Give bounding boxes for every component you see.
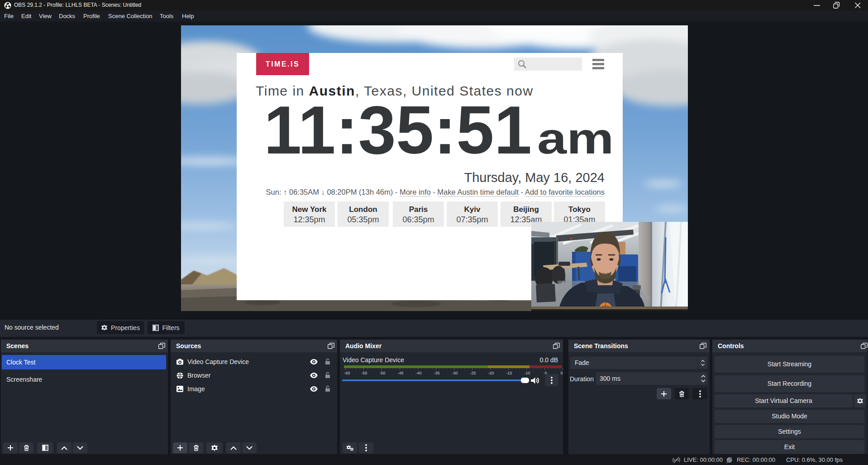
svg-text:-25: -25: [470, 371, 476, 375]
svg-text:-55: -55: [361, 371, 367, 375]
svg-text:-50: -50: [379, 371, 385, 375]
svg-text:-15: -15: [506, 371, 512, 375]
svg-text:-45: -45: [397, 371, 403, 375]
svg-text:0: 0: [560, 371, 563, 375]
svg-text:-10: -10: [524, 371, 530, 375]
svg-text:-60: -60: [344, 371, 350, 375]
svg-text:-20: -20: [488, 371, 494, 375]
svg-text:-30: -30: [452, 371, 458, 375]
svg-text:-40: -40: [415, 371, 421, 375]
svg-text:-35: -35: [434, 371, 439, 375]
